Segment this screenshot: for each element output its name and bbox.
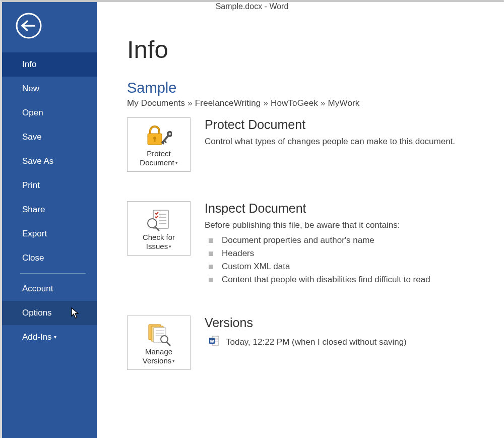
inspect-intro: Before publishing this file, be aware th… [205,219,482,232]
chevron-down-icon: ▾ [175,160,178,165]
sidebar-item-account[interactable]: Account [2,277,97,301]
word-document-icon: W [209,335,220,349]
versions-section: Manage Versions▾ Versions [127,316,482,370]
inspect-heading: Inspect Document [205,201,482,216]
sidebar-item-options[interactable]: Options [2,301,97,325]
checklist-magnifier-icon [146,206,172,233]
sidebar-item-add-ins[interactable]: Add-Ins▾ [2,325,97,349]
protect-description: Control what types of changes people can… [205,135,482,148]
version-entry[interactable]: W Today, 12:22 PM (when I closed without… [205,335,482,349]
svg-line-24 [167,342,170,345]
backstage-main: Info Sample My Documents»FreelanceWritin… [97,2,504,438]
backstage-sidebar: Info New Open Save Save As Print Share E… [2,2,97,438]
sidebar-item-label: Print [22,180,40,190]
inspect-section: Check for Issues▾ Inspect Document Befor… [127,201,482,286]
sidebar-item-label: Account [22,284,53,293]
chevron-down-icon: ▾ [169,244,171,249]
sidebar-item-open[interactable]: Open [2,101,97,125]
sidebar-item-label: Info [22,59,36,69]
protect-document-button[interactable]: Protect Document▾ [127,117,191,172]
tile-label-line1: Protect [147,149,171,158]
sidebar-item-label: Options [22,308,52,318]
protect-section: Protect Document▾ Protect Document Contr… [127,117,482,172]
chevron-down-icon: ▾ [54,334,56,340]
sidebar-item-label: Share [22,205,45,214]
sidebar-item-save[interactable]: Save [2,125,97,149]
breadcrumb-segment: My Documents [127,98,185,108]
inspect-issue-item: Custom XML data [205,260,482,273]
protect-heading: Protect Document [205,117,482,132]
sidebar-item-info[interactable]: Info [2,52,97,77]
versions-stack-icon [146,320,172,347]
sidebar-item-label: Save As [22,156,53,166]
sidebar-divider [20,273,86,274]
page-title: Info [127,35,482,64]
tile-label-line1: Check for [143,233,175,241]
versions-heading: Versions [205,316,482,330]
sidebar-item-label: New [22,84,39,93]
tile-label-line2: Issues [146,242,168,251]
breadcrumb-segment: FreelanceWriting [195,98,261,108]
breadcrumb: My Documents»FreelanceWriting»HowToGeek»… [127,98,482,108]
manage-versions-button[interactable]: Manage Versions▾ [127,316,191,370]
inspect-issue-list: Document properties and author's name He… [205,234,482,286]
breadcrumb-segment: HowToGeek [271,98,318,108]
check-for-issues-button[interactable]: Check for Issues▾ [127,201,191,256]
breadcrumb-segment: MyWork [328,98,360,108]
svg-rect-4 [154,138,156,142]
svg-text:W: W [210,339,214,344]
sidebar-item-label: Close [22,253,44,263]
tile-label-line1: Manage [145,347,172,356]
sidebar-item-new[interactable]: New [2,77,97,101]
sidebar-item-save-as[interactable]: Save As [2,149,97,173]
inspect-issue-item: Headers [205,247,482,260]
chevron-down-icon: ▾ [172,358,175,363]
sidebar-item-label: Open [22,108,43,117]
sidebar-item-export[interactable]: Export [2,222,97,246]
sidebar-item-label: Export [22,229,47,238]
lock-key-icon [146,122,172,149]
document-name: Sample [127,80,482,96]
tile-label-line2: Versions [143,356,172,365]
inspect-issue-item: Content that people with disabilities fi… [205,273,482,286]
sidebar-item-close[interactable]: Close [2,246,97,270]
sidebar-item-label: Save [22,132,42,142]
inspect-issue-item: Document properties and author's name [205,234,482,247]
tile-label-line2: Document [140,158,174,167]
version-entry-text: Today, 12:22 PM (when I closed without s… [226,337,407,347]
sidebar-item-label: Add-Ins [22,332,52,342]
cursor-icon [71,307,80,323]
back-arrow-icon [15,12,42,39]
sidebar-item-share[interactable]: Share [2,198,97,222]
sidebar-item-print[interactable]: Print [2,173,97,198]
back-button[interactable] [15,12,42,39]
